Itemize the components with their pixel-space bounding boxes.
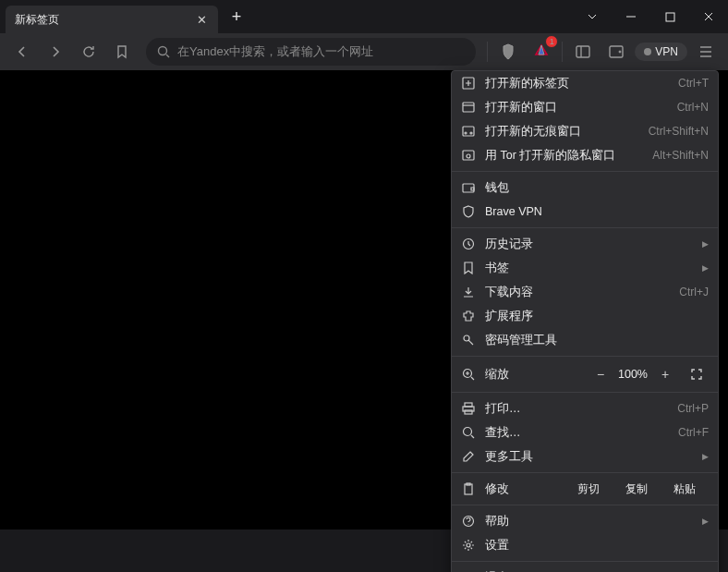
titlebar: 新标签页 ✕ + — [0, 0, 728, 33]
menu-history[interactable]: 历史记录 ▶ — [452, 232, 718, 256]
vpn-button[interactable]: VPN — [635, 43, 687, 61]
tab-strip: 新标签页 ✕ + — [0, 0, 249, 33]
brave-rewards-icon[interactable]: 1 — [527, 37, 556, 67]
zoom-in-button[interactable]: + — [653, 364, 677, 384]
separator — [487, 42, 488, 62]
tor-icon — [461, 148, 476, 163]
menu-separator — [452, 356, 718, 357]
zoom-out-button[interactable]: − — [588, 364, 613, 384]
menu-print[interactable]: 打印… Ctrl+P — [452, 396, 718, 420]
menu-more-tools[interactable]: 更多工具 ▶ — [452, 444, 718, 469]
brave-shields-icon[interactable] — [493, 37, 523, 67]
menu-separator — [452, 561, 718, 562]
separator — [562, 42, 563, 62]
notification-badge: 1 — [545, 35, 558, 48]
forward-button[interactable] — [41, 37, 70, 67]
vpn-status-dot — [644, 48, 651, 55]
svg-rect-20 — [465, 484, 472, 494]
svg-rect-0 — [666, 13, 674, 21]
svg-point-9 — [470, 132, 472, 134]
chevron-down-icon[interactable] — [573, 2, 612, 31]
menu-settings[interactable]: 设置 — [452, 533, 718, 557]
zoom-value: 100% — [613, 368, 653, 381]
svg-point-19 — [464, 428, 472, 436]
clipboard-icon — [461, 481, 476, 496]
svg-point-4 — [619, 51, 621, 53]
menu-separator — [452, 171, 718, 172]
copy-button[interactable]: 复制 — [613, 478, 661, 501]
help-icon — [461, 514, 476, 529]
menu-passwords[interactable]: 密码管理工具 — [452, 328, 718, 352]
menu-brave-vpn[interactable]: Brave VPN — [452, 200, 718, 224]
bookmark-icon — [461, 261, 476, 275]
menu-separator — [452, 227, 718, 228]
menu-find[interactable]: 查找… Ctrl+F — [452, 420, 718, 444]
shield-icon — [461, 204, 476, 219]
hamburger-menu-button[interactable] — [691, 37, 721, 67]
menu-edit: 修改 剪切 复制 粘贴 — [452, 477, 718, 501]
submenu-arrow-icon: ▶ — [702, 239, 709, 249]
menu-bookmarks[interactable]: 书签 ▶ — [452, 256, 718, 280]
extensions-icon — [461, 309, 476, 323]
paste-button[interactable]: 粘贴 — [661, 478, 709, 501]
svg-rect-6 — [463, 103, 474, 112]
search-icon — [157, 45, 170, 58]
menu-extensions[interactable]: 扩展程序 — [452, 304, 718, 328]
submenu-arrow-icon: ▶ — [702, 263, 709, 273]
menu-exit[interactable]: 退出 — [452, 566, 718, 572]
close-tab-icon[interactable]: ✕ — [194, 12, 209, 27]
menu-new-window[interactable]: 打开新的窗口 Ctrl+N — [452, 95, 718, 119]
menu-new-incognito[interactable]: 打开新的无痕窗口 Ctrl+Shift+N — [452, 119, 718, 143]
menu-separator — [452, 472, 718, 473]
gear-icon — [461, 538, 476, 553]
svg-point-23 — [467, 543, 470, 547]
minimize-button[interactable] — [612, 2, 650, 31]
wallet-icon[interactable] — [601, 37, 631, 67]
svg-rect-7 — [463, 127, 474, 136]
menu-zoom: 缩放 − 100% + — [452, 360, 718, 388]
key-icon — [461, 333, 476, 347]
new-tab-icon — [461, 76, 476, 91]
tools-icon — [461, 449, 476, 464]
back-button[interactable] — [7, 37, 37, 67]
close-window-button[interactable] — [689, 2, 728, 31]
menu-separator — [452, 505, 718, 505]
svg-rect-16 — [465, 403, 472, 407]
submenu-arrow-icon: ▶ — [702, 517, 709, 526]
fullscreen-button[interactable] — [685, 364, 709, 384]
bookmark-icon[interactable] — [107, 37, 137, 67]
window-icon — [461, 100, 476, 115]
history-icon — [461, 237, 476, 251]
window-controls — [573, 0, 728, 33]
wallet-icon — [461, 180, 476, 195]
menu-help[interactable]: 帮助 ▶ — [452, 509, 718, 533]
vpn-label: VPN — [655, 45, 678, 58]
svg-point-8 — [465, 132, 467, 134]
main-menu: 打开新的标签页 Ctrl+T 打开新的窗口 Ctrl+N 打开新的无痕窗口 Ct… — [451, 70, 719, 572]
submenu-arrow-icon: ▶ — [702, 452, 709, 461]
svg-point-1 — [159, 47, 167, 55]
reload-button[interactable] — [74, 37, 103, 67]
print-icon — [461, 401, 476, 416]
sidebar-icon[interactable] — [568, 37, 598, 67]
tab-title: 新标签页 — [15, 12, 194, 28]
tab-active[interactable]: 新标签页 ✕ — [6, 6, 218, 33]
address-bar[interactable]: 在Yandex中搜索，或者输入一个网址 — [146, 38, 476, 66]
svg-rect-2 — [576, 46, 589, 57]
incognito-icon — [461, 124, 476, 139]
menu-downloads[interactable]: 下载内容 Ctrl+J — [452, 280, 718, 304]
menu-wallet[interactable]: 钱包 — [452, 176, 718, 200]
menu-new-tab[interactable]: 打开新的标签页 Ctrl+T — [452, 71, 718, 95]
menu-separator — [452, 392, 718, 393]
menu-new-tor[interactable]: 用 Tor 打开新的隐私窗口 Alt+Shift+N — [452, 143, 718, 167]
new-tab-button[interactable]: + — [224, 4, 249, 30]
zoom-icon — [461, 367, 476, 382]
cut-button[interactable]: 剪切 — [564, 478, 613, 501]
address-placeholder: 在Yandex中搜索，或者输入一个网址 — [177, 43, 373, 60]
search-icon — [461, 425, 476, 440]
maximize-button[interactable] — [650, 2, 689, 31]
svg-point-11 — [467, 154, 470, 158]
download-icon — [461, 285, 476, 299]
toolbar: 在Yandex中搜索，或者输入一个网址 1 VPN — [0, 33, 728, 70]
